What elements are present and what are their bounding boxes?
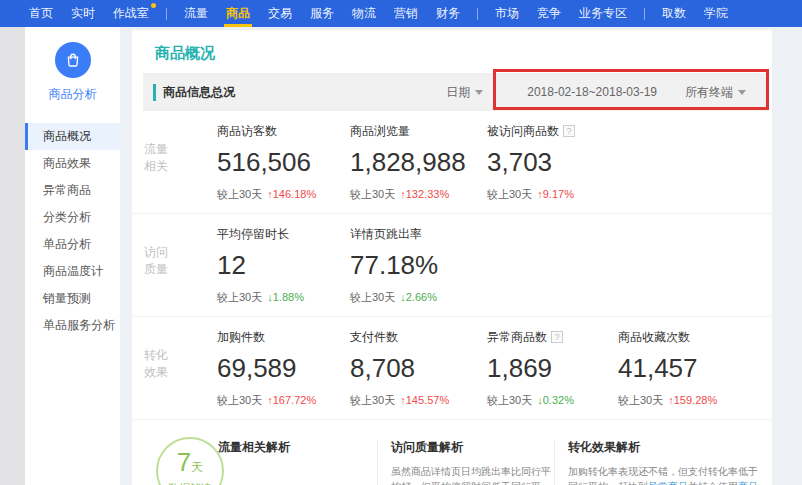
metric-label: 商品访客数 [217, 123, 350, 139]
metric-compare: 较上30天↑159.28% [618, 393, 768, 408]
metric-label: 异常商品数? [487, 329, 618, 345]
metrics-row-traffic: 流量相关 商品访客数 516,506 较上30天↑146.18% 商品浏览量 1… [132, 111, 772, 214]
nav-item-products[interactable]: 商品 [217, 0, 259, 27]
sidebar-header: 商品分析 [25, 27, 120, 103]
metric-label: 支付件数 [350, 329, 487, 345]
trend-up: ↑132.33% [400, 188, 449, 200]
metric-card: 加购件数 69,589 较上30天↑167.72% [217, 329, 350, 419]
metric-card: 详情页跳出率 77.18% 较上30天↓2.66% [350, 226, 487, 316]
nav-divider [166, 8, 167, 20]
insight-days: 7天 [158, 449, 222, 480]
sidebar-item-abnormal-products[interactable]: 异常商品 [25, 177, 120, 204]
trend-up: ↑146.18% [267, 188, 316, 200]
help-icon[interactable]: ? [563, 125, 575, 137]
nav-item-trade[interactable]: 交易 [259, 0, 301, 27]
group-label: 转化效果 [144, 329, 217, 419]
chevron-down-icon [738, 90, 746, 95]
metric-label: 商品浏览量 [350, 123, 487, 139]
insight-title: 流量相关解析 [218, 439, 368, 456]
nav-item-realtime[interactable]: 实时 [62, 0, 104, 27]
sidebar-item-single-item-service[interactable]: 单品服务分析 [25, 312, 120, 339]
metric-label: 商品收藏次数 [618, 329, 768, 345]
top-nav: 首页 实时 作战室 流量 商品 交易 服务 物流 营销 财务 市场 竞争 业务专… [0, 0, 802, 27]
metric-compare: 较上30天↓2.66% [350, 290, 487, 305]
nav-item-war-room[interactable]: 作战室 [104, 0, 158, 27]
sidebar-title: 商品分析 [25, 86, 120, 103]
sidebar-item-effect[interactable]: 商品效果 [25, 150, 120, 177]
metric-compare: 较上30天↑167.72% [217, 393, 350, 408]
insight-column-traffic: 流量相关解析 [218, 439, 368, 456]
metric-label: 被访问商品数? [487, 123, 618, 139]
filter-controls: 日期 2018-02-18~2018-03-19 所有终端 [446, 84, 746, 101]
data-insight-badge: 7天 数据解读 [156, 437, 224, 485]
sidebar: 商品分析 商品概况 商品效果 异常商品 分类分析 单品分析 商品温度计 销量预测… [25, 27, 120, 485]
sidebar-item-category-analysis[interactable]: 分类分析 [25, 204, 120, 231]
insight-text: 虽然商品详情页日均跳出率比同行平均好，但平均停留时间低于同行平均，请关注页面排版… [391, 464, 552, 485]
trend-up: ↑9.17% [537, 188, 574, 200]
nav-item-marketing[interactable]: 营销 [385, 0, 427, 27]
nav-item-data-extract[interactable]: 取数 [653, 0, 695, 27]
insight-column-conversion: 转化效果解析 加购转化率表现还不错，但支付转化率低于同行平均，赶快到异常商品并结… [568, 439, 760, 485]
metric-compare: 较上30天↓0.32% [487, 393, 618, 408]
insight-caption: 数据解读 [158, 481, 222, 485]
nav-divider [477, 8, 478, 20]
sidebar-item-thermometer[interactable]: 商品温度计 [25, 258, 120, 285]
metric-compare: 较上30天↓1.88% [217, 290, 350, 305]
insight-title: 访问质量解析 [391, 439, 552, 456]
metric-value: 516,506 [217, 147, 350, 178]
trend-down: ↓1.88% [267, 291, 304, 303]
metric-value: 8,708 [350, 353, 487, 384]
metric-card: 被访问商品数? 3,703 较上30天↑9.17% [487, 123, 618, 213]
insight-text: 加购转化率表现还不错，但支付转化率低于同行平均，赶快到异常商品并结合使用商品温度… [568, 464, 760, 485]
metric-card: 支付件数 8,708 较上30天↑145.57% [350, 329, 487, 419]
group-label: 流量相关 [144, 123, 217, 213]
page-title: 商品概况 [132, 30, 772, 73]
metric-compare: 较上30天↑146.18% [217, 187, 350, 202]
sidebar-item-single-item-analysis[interactable]: 单品分析 [25, 231, 120, 258]
trend-up: ↑167.72% [267, 394, 316, 406]
metric-card: 异常商品数? 1,869 较上30天↓0.32% [487, 329, 618, 419]
insight-title: 转化效果解析 [568, 439, 760, 456]
date-range-picker[interactable]: 2018-02-18~2018-03-19 [527, 85, 657, 99]
column-divider [377, 440, 378, 485]
nav-item-academy[interactable]: 学院 [695, 0, 737, 27]
sidebar-item-sales-forecast[interactable]: 销量预测 [25, 285, 120, 312]
nav-item-logistics[interactable]: 物流 [343, 0, 385, 27]
nav-item-competition[interactable]: 竞争 [528, 0, 570, 27]
insight-link-abnormal-products[interactable]: 异常商品 [648, 481, 688, 485]
nav-item-service[interactable]: 服务 [301, 0, 343, 27]
nav-item-traffic[interactable]: 流量 [175, 0, 217, 27]
metric-value: 41,457 [618, 353, 768, 384]
trend-down: ↓2.66% [400, 291, 437, 303]
nav-item-homepage[interactable]: 首页 [20, 0, 62, 27]
metrics-row-conversion: 转化效果 加购件数 69,589 较上30天↑167.72% 支付件数 8,70… [132, 317, 772, 420]
trend-down: ↓0.32% [537, 394, 574, 406]
metric-label: 平均停留时长 [217, 226, 350, 242]
metric-value: 3,703 [487, 147, 618, 178]
date-type-dropdown[interactable]: 日期 [446, 84, 483, 101]
help-icon[interactable]: ? [551, 331, 563, 343]
nav-item-finance[interactable]: 财务 [427, 0, 469, 27]
metric-card: 商品浏览量 1,828,988 较上30天↑132.33% [350, 123, 487, 213]
notification-dot-icon [151, 3, 156, 8]
nav-divider [644, 8, 645, 20]
trend-up: ↑145.57% [400, 394, 449, 406]
main-card: 商品概况 商品信息总况 日期 2018-02-18~2018-03-19 所有终… [132, 30, 772, 485]
nav-item-market[interactable]: 市场 [486, 0, 528, 27]
insight-section: 7天 数据解读 流量相关解析 访问质量解析 虽然商品详情页日均跳出率比同行平均好… [132, 420, 772, 485]
chevron-down-icon [475, 90, 483, 95]
column-divider [554, 440, 555, 485]
metric-label: 详情页跳出率 [350, 226, 487, 242]
shopping-bag-icon [55, 42, 91, 78]
nav-item-business-zone[interactable]: 业务专区 [570, 0, 636, 27]
terminal-dropdown[interactable]: 所有终端 [685, 84, 746, 101]
left-rail [0, 27, 25, 485]
trend-up: ↑159.28% [668, 394, 717, 406]
metric-compare: 较上30天↑132.33% [350, 187, 487, 202]
sidebar-item-overview[interactable]: 商品概况 [25, 123, 120, 150]
metrics-row-visit-quality: 访问质量 平均停留时长 12 较上30天↓1.88% 详情页跳出率 77.18%… [132, 214, 772, 317]
metric-card: 平均停留时长 12 较上30天↓1.88% [217, 226, 350, 316]
metric-value: 1,869 [487, 353, 618, 384]
group-label: 访问质量 [144, 226, 217, 316]
insight-column-visit-quality: 访问质量解析 虽然商品详情页日均跳出率比同行平均好，但平均停留时间低于同行平均，… [391, 439, 552, 485]
